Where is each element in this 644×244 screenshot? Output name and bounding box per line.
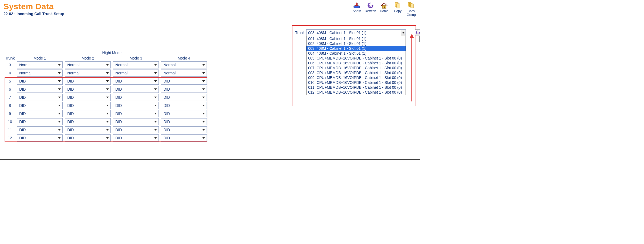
trunk-refresh-button[interactable] — [415, 29, 420, 35]
chevron-down-icon — [154, 137, 157, 139]
copy-group-label: Copy Group — [407, 9, 416, 17]
mode-select[interactable]: DID — [113, 126, 159, 133]
mode-select[interactable]: Normal — [161, 70, 207, 77]
mode-select-value: Normal — [163, 63, 176, 67]
mode-select[interactable]: DID — [17, 86, 63, 93]
mode-select-value: DID — [19, 103, 26, 108]
mode-select[interactable]: DID — [65, 118, 111, 125]
mode-select-value: DID — [67, 128, 74, 132]
mode-select[interactable]: DID — [113, 78, 159, 85]
mode-select-value: DID — [163, 79, 170, 83]
mode-select[interactable]: DID — [113, 94, 159, 101]
trunk-option[interactable]: 007: CPU+MEMDB+16VOIPDB - Cabinet 1 - Sl… — [306, 65, 406, 70]
mode-select[interactable]: DID — [17, 118, 63, 125]
mode-select-value: DID — [19, 120, 26, 124]
apply-icon — [353, 2, 361, 9]
mode-select-value: DID — [19, 111, 26, 116]
trunk-select[interactable]: 003: 408M - Cabinet 1 - Slot 01 (1) 001:… — [306, 29, 406, 36]
table-row: 11DIDDIDDIDDID — [5, 126, 207, 133]
mode-select[interactable]: DID — [17, 134, 63, 141]
mode-select[interactable]: Normal — [113, 61, 159, 68]
mode-select[interactable]: DID — [17, 110, 63, 117]
mode-select[interactable]: DID — [161, 110, 207, 117]
mode-select[interactable]: Normal — [17, 61, 63, 68]
mode-select-value: DID — [163, 87, 170, 91]
trunk-index: 11 — [5, 126, 15, 133]
mode-select[interactable]: DID — [161, 94, 207, 101]
mode-select[interactable]: DID — [65, 86, 111, 93]
mode-select[interactable]: DID — [161, 118, 207, 125]
mode-select[interactable]: DID — [65, 102, 111, 109]
trunk-option[interactable]: 002: 408M - Cabinet 1 - Slot 01 (1) — [306, 41, 406, 46]
trunk-option[interactable]: 006: CPU+MEMDB+16VOIPDB - Cabinet 1 - Sl… — [306, 61, 406, 65]
mode-select-value: Normal — [67, 63, 79, 67]
trunk-option[interactable]: 010: CPU+MEMDB+16VOIPDB - Cabinet 1 - Sl… — [306, 80, 406, 85]
mode-select[interactable]: Normal — [65, 70, 111, 77]
mode-select[interactable]: Normal — [65, 61, 111, 68]
trunk-dropdown-list[interactable]: 001: 408M - Cabinet 1 - Slot 01 (1)002: … — [306, 36, 406, 95]
refresh-button[interactable]: Refresh — [365, 2, 376, 17]
mode-select[interactable]: DID — [113, 134, 159, 141]
mode-select[interactable]: DID — [65, 134, 111, 141]
mode-select[interactable]: DID — [17, 94, 63, 101]
trunk-option[interactable]: 001: 408M - Cabinet 1 - Slot 01 (1) — [306, 36, 406, 41]
copy-group-button[interactable]: Copy Group — [406, 2, 417, 17]
mode-select-value: DID — [19, 87, 26, 91]
mode-select-value: DID — [115, 120, 122, 124]
mode-select[interactable]: DID — [17, 78, 63, 85]
chevron-down-icon — [154, 72, 157, 74]
mode-select[interactable]: DID — [161, 102, 207, 109]
annotation-arrow — [409, 34, 415, 101]
mode-select[interactable]: DID — [161, 126, 207, 133]
mode-select[interactable]: DID — [17, 126, 63, 133]
copy-button[interactable]: Copy — [392, 2, 403, 17]
mode-select-value: DID — [67, 103, 74, 108]
mode-select[interactable]: Normal — [17, 70, 63, 77]
mode-select[interactable]: Normal — [113, 70, 159, 77]
mode-select[interactable]: DID — [113, 110, 159, 117]
table-row: 5DIDDIDDIDDID — [5, 78, 207, 85]
mode-select[interactable]: DID — [113, 118, 159, 125]
mode-select[interactable]: DID — [113, 102, 159, 109]
trunk-option[interactable]: 005: CPU+MEMDB+16VOIPDB - Cabinet 1 - Sl… — [306, 56, 406, 61]
mode-select-value: DID — [163, 128, 170, 132]
mode-select[interactable]: DID — [161, 78, 207, 85]
trunk-option[interactable]: 003: 408M - Cabinet 1 - Slot 01 (1) — [306, 46, 406, 51]
mode-select[interactable]: DID — [17, 102, 63, 109]
scroll-down-button[interactable] — [419, 36, 420, 42]
trunk-option[interactable]: 004: 408M - Cabinet 1 - Slot 01 (1) — [306, 51, 406, 56]
chevron-down-icon — [202, 129, 205, 131]
chevron-down-icon — [58, 72, 61, 74]
trunk-option[interactable]: 012: CPU+MEMDB+16VOIPDB - Cabinet 1 - Sl… — [306, 90, 406, 95]
mode-select[interactable]: DID — [161, 134, 207, 141]
svg-rect-3 — [384, 6, 385, 8]
svg-point-1 — [356, 3, 358, 4]
refresh-icon — [367, 2, 374, 9]
mode-select[interactable]: DID — [65, 78, 111, 85]
mode-select-value: Normal — [67, 71, 79, 75]
chevron-down-icon — [106, 137, 109, 139]
mode-select-value: DID — [67, 95, 74, 100]
mode-select[interactable]: DID — [65, 94, 111, 101]
trunk-option[interactable]: 009: CPU+MEMDB+16VOIPDB - Cabinet 1 - Sl… — [306, 75, 406, 80]
table-row: 7DIDDIDDIDDID — [5, 94, 207, 101]
trunk-index: 9 — [5, 110, 15, 117]
trunk-option[interactable]: 008: CPU+MEMDB+16VOIPDB - Cabinet 1 - Sl… — [306, 70, 406, 75]
mode-select[interactable]: DID — [113, 86, 159, 93]
trunk-index: 7 — [5, 94, 15, 101]
chevron-down-icon[interactable] — [401, 30, 406, 36]
home-button[interactable]: Home — [379, 2, 390, 17]
col-mode-3: Mode 3 — [112, 56, 159, 60]
table-row: 4NormalNormalNormalNormal — [5, 70, 207, 77]
table-row: 12DIDDIDDIDDID — [5, 134, 207, 141]
mode-select[interactable]: DID — [65, 126, 111, 133]
mode-select[interactable]: DID — [161, 86, 207, 93]
trunk-index: 8 — [5, 102, 15, 109]
apply-button[interactable]: Apply — [351, 2, 362, 17]
mode-select-value: DID — [163, 136, 170, 140]
chevron-down-icon — [202, 121, 205, 123]
mode-select-value: Normal — [115, 63, 127, 67]
mode-select[interactable]: DID — [65, 110, 111, 117]
trunk-option[interactable]: 011: CPU+MEMDB+16VOIPDB - Cabinet 1 - Sl… — [306, 85, 406, 90]
mode-select[interactable]: Normal — [161, 61, 207, 68]
